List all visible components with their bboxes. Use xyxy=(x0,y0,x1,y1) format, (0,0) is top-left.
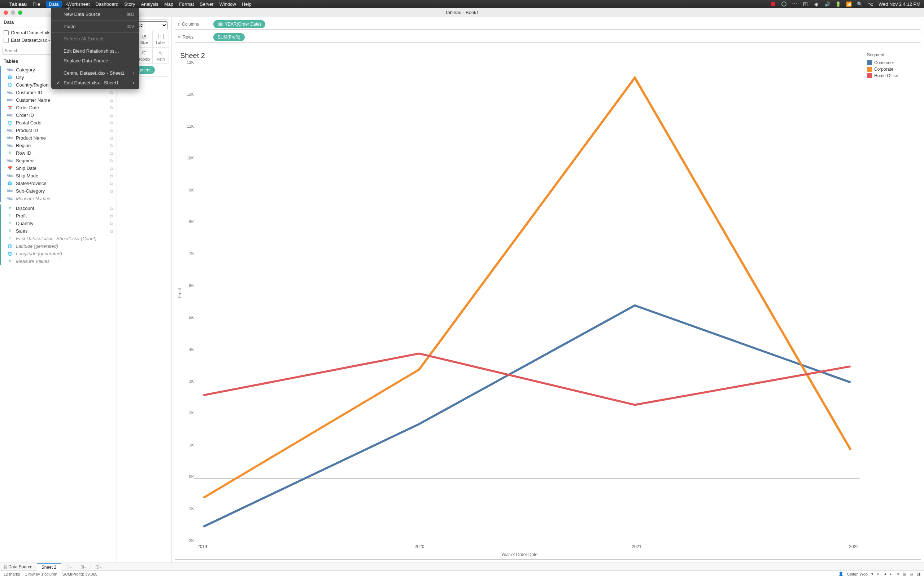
user-name[interactable]: Colten Woo xyxy=(847,572,868,576)
zoom-window-button[interactable] xyxy=(18,10,23,15)
menu-data[interactable]: Data xyxy=(46,1,61,8)
status-globe-icon[interactable] xyxy=(781,1,787,7)
view-grid-icon[interactable]: ▦ xyxy=(902,572,906,576)
link-icon[interactable]: ⧉ xyxy=(110,98,113,103)
menu-format[interactable]: Format xyxy=(179,2,194,7)
menu-dashboard[interactable]: Dashboard xyxy=(96,2,119,7)
link-icon[interactable]: ⧉ xyxy=(110,128,113,133)
measure-item[interactable]: 🌐Latitude (generated) xyxy=(0,242,116,250)
field-item[interactable]: 📅Order Date⧉ xyxy=(0,104,116,111)
link-icon[interactable]: ⧉ xyxy=(110,206,113,211)
nav-last-icon[interactable]: ⇥ xyxy=(895,572,899,576)
menu-analysis[interactable]: Analysis xyxy=(141,2,158,7)
link-icon[interactable]: ⧉ xyxy=(110,151,113,156)
nav-prev-icon[interactable]: ◂ xyxy=(884,572,886,576)
rows-shelf[interactable]: ≡Rows SUM(Profit) xyxy=(175,32,921,43)
marks-label-button[interactable]: 🅃Label xyxy=(152,31,169,47)
nav-next-icon[interactable]: ▸ xyxy=(890,572,892,576)
link-icon[interactable]: ⧉ xyxy=(110,105,113,110)
measure-item[interactable]: #East Dataset.xlsx - Sheet1.csv (Count) xyxy=(0,235,116,242)
status-play-icon[interactable]: ◉ xyxy=(814,1,819,7)
measure-item[interactable]: #Sales⧉ xyxy=(0,227,116,235)
new-dashboard-button[interactable]: ⊞₊ xyxy=(76,563,91,571)
control-center-icon[interactable]: ⌥ xyxy=(868,1,874,7)
link-icon[interactable]: ⧉ xyxy=(110,113,113,118)
field-item[interactable]: AbcOrder ID⧉ xyxy=(0,111,116,119)
link-icon[interactable]: ⧉ xyxy=(110,143,113,148)
series-line-home-office[interactable] xyxy=(203,353,850,405)
app-name[interactable]: Tableau xyxy=(10,2,27,7)
field-item[interactable]: AbcProduct ID⧉ xyxy=(0,127,116,134)
menu-story[interactable]: Story xyxy=(124,2,135,7)
status-app1-icon[interactable] xyxy=(770,1,776,7)
measure-item[interactable]: #Discount⧉ xyxy=(0,205,116,212)
new-worksheet-button[interactable]: ⬚₊ xyxy=(61,563,76,571)
status-battery-icon[interactable]: 🔋 xyxy=(835,1,841,7)
measure-item[interactable]: #Measure Values xyxy=(0,258,116,265)
legend-item[interactable]: Home Office xyxy=(867,73,915,79)
measure-item[interactable]: 🌐Longitude (generated) xyxy=(0,250,116,258)
field-item[interactable]: 📅Ship Date⧉ xyxy=(0,164,116,172)
status-volume-icon[interactable]: 🔊 xyxy=(824,1,830,7)
clock[interactable]: Wed Nov 2 4:12 PM xyxy=(879,2,921,7)
link-icon[interactable]: ⧉ xyxy=(110,158,113,163)
rows-pill-profit[interactable]: SUM(Profit) xyxy=(213,33,245,41)
menu-server[interactable]: Server xyxy=(200,2,213,7)
link-icon[interactable]: ⧉ xyxy=(110,121,113,126)
nav-first-icon[interactable]: ⇤ xyxy=(877,572,880,576)
view-filmstrip-icon[interactable]: ▤ xyxy=(909,572,913,576)
field-item[interactable]: AbcShip Mode⧉ xyxy=(0,172,116,180)
status-key-icon[interactable]: ⚿ xyxy=(803,1,809,7)
user-dropdown-icon[interactable]: ▾ xyxy=(871,572,874,576)
measure-item[interactable]: #Quantity⧉ xyxy=(0,220,116,227)
show-me-icon[interactable]: ◨ xyxy=(917,572,921,576)
link-icon[interactable]: ⧉ xyxy=(110,189,113,193)
series-line-consumer[interactable] xyxy=(203,305,850,527)
link-icon[interactable]: ⧉ xyxy=(110,181,113,186)
legend-item[interactable]: Corporate xyxy=(867,66,915,73)
link-icon[interactable]: ⧉ xyxy=(110,229,113,234)
menu-file[interactable]: File xyxy=(32,2,40,7)
menu-window[interactable]: Window xyxy=(220,2,236,7)
marks-path-button[interactable]: ∿Path xyxy=(152,47,169,64)
link-icon[interactable]: ⧉ xyxy=(110,90,113,95)
link-icon[interactable]: ⧉ xyxy=(110,213,113,219)
field-item[interactable]: AbcCustomer Name⧉ xyxy=(0,96,116,104)
columns-shelf[interactable]: ⦀Columns ⊞YEAR(Order Date) xyxy=(175,19,921,29)
field-item[interactable]: 🌐State/Province⧉ xyxy=(0,180,116,187)
status-wifi-icon[interactable]: 📶 xyxy=(846,1,852,7)
series-line-corporate[interactable] xyxy=(203,77,850,498)
field-item[interactable]: #Row ID⧉ xyxy=(0,149,116,157)
field-item[interactable]: AbcRegion⧉ xyxy=(0,142,116,149)
menu-map[interactable]: Map xyxy=(164,2,173,7)
menu-ds-central[interactable]: Central Dataset.xlsx - Sheet1› xyxy=(51,68,139,78)
menu-ds-east[interactable]: ✓East Dataset.xlsx - Sheet1› xyxy=(51,78,139,88)
columns-pill-year[interactable]: ⊞YEAR(Order Date) xyxy=(213,20,265,28)
menu-edit-blend[interactable]: Edit Blend Relationships… xyxy=(51,46,139,56)
menu-paste[interactable]: Paste⌘V xyxy=(51,22,139,31)
chart-area[interactable]: Sheet 2 Profit 13K12K11K10K9K8K7K6K5K4K3… xyxy=(175,47,864,559)
field-item[interactable]: AbcCustomer ID⧉ xyxy=(0,89,116,96)
sheet-title[interactable]: Sheet 2 xyxy=(180,52,861,60)
legend-card[interactable]: Segment ConsumerCorporateHome Office xyxy=(864,50,918,556)
field-item[interactable]: 🌐Postal Code⧉ xyxy=(0,119,116,127)
field-item[interactable]: AbcMeasure Names xyxy=(0,195,116,202)
field-item[interactable]: AbcProduct Name⧉ xyxy=(0,134,116,142)
status-app2-icon[interactable]: 〰 xyxy=(792,1,798,7)
menu-help[interactable]: Help xyxy=(242,2,252,7)
field-item[interactable]: AbcSegment⧉ xyxy=(0,157,116,164)
minimize-window-button[interactable] xyxy=(11,10,15,15)
close-window-button[interactable] xyxy=(3,10,8,15)
menu-new-data-source[interactable]: New Data Source⌘D xyxy=(51,10,139,19)
status-search-icon[interactable]: 🔍 xyxy=(857,1,863,7)
legend-item[interactable]: Consumer xyxy=(867,60,915,66)
link-icon[interactable]: ⧉ xyxy=(110,174,113,179)
tab-sheet2[interactable]: Sheet 2 xyxy=(37,563,61,571)
link-icon[interactable]: ⧉ xyxy=(110,135,113,141)
new-story-button[interactable]: ◫₊ xyxy=(91,563,106,571)
link-icon[interactable]: ⧉ xyxy=(110,221,113,226)
menu-replace-ds[interactable]: Replace Data Source… xyxy=(51,56,139,66)
measure-item[interactable]: #Profit⧉ xyxy=(0,212,116,220)
link-icon[interactable]: ⧉ xyxy=(110,166,113,171)
field-item[interactable]: AbcSub-Category⧉ xyxy=(0,187,116,195)
